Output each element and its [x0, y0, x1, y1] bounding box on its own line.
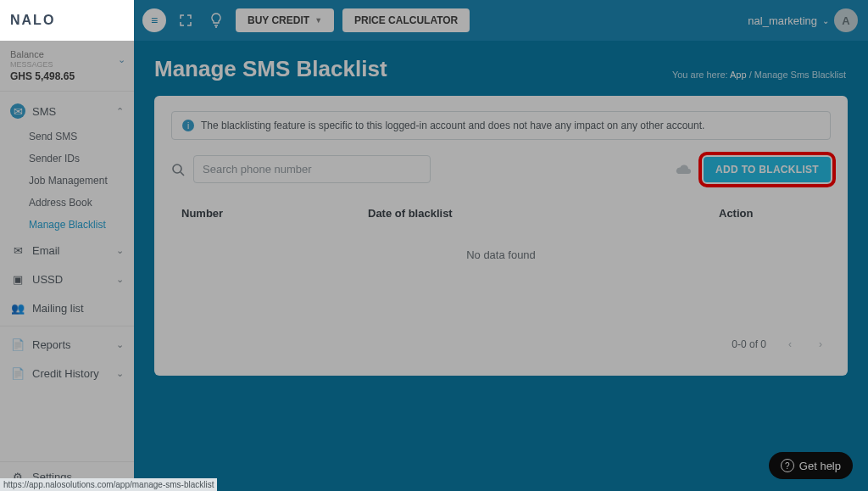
nav-email-label: Email: [32, 244, 60, 257]
brand-name: NALO: [10, 13, 55, 28]
buy-credit-button[interactable]: BUY CREDIT ▼: [236, 8, 334, 32]
info-alert: i The blacklisting feature is specific t…: [171, 111, 831, 140]
nav-job-management[interactable]: Job Management: [29, 170, 134, 192]
user-menu[interactable]: nal_marketing ⌄ A: [748, 8, 858, 32]
col-number: Number: [181, 207, 368, 220]
search-icon: [171, 163, 185, 176]
nav-mailing[interactable]: 👥 Mailing list: [0, 293, 134, 322]
balance-sublabel: MESSAGES: [10, 60, 124, 69]
nav-sms-label: SMS: [32, 105, 56, 118]
nav-credit-history-label: Credit History: [32, 367, 99, 380]
prev-page-button[interactable]: ‹: [783, 335, 797, 354]
page-range: 0-0 of 0: [732, 338, 766, 350]
avatar: A: [834, 8, 858, 32]
brand-logo: NALO: [0, 0, 134, 41]
nav-reports-label: Reports: [32, 338, 71, 351]
nav-ussd[interactable]: ▣ USSD ⌄: [0, 265, 134, 293]
breadcrumb: You are here: App / Manage Sms Blacklist: [672, 70, 846, 80]
nav-credit-history[interactable]: 📄 Credit History ⌄: [0, 359, 134, 388]
chevron-down-icon: ⌄: [116, 245, 124, 256]
add-to-blacklist-button[interactable]: ADD TO BLACKLIST: [704, 157, 831, 182]
search-input[interactable]: [193, 155, 431, 183]
breadcrumb-app[interactable]: App: [730, 70, 747, 80]
chevron-down-icon: ⌄: [118, 54, 125, 65]
balance-value: GHS 5,498.65: [10, 70, 124, 82]
divider: [0, 326, 134, 326]
content: Manage SMS Blacklist You are here: App /…: [134, 41, 868, 491]
toolbar: ADD TO BLACKLIST: [171, 155, 831, 183]
info-icon: i: [182, 120, 194, 131]
price-calculator-button[interactable]: PRICE CALCULATOR: [342, 8, 470, 32]
nav-manage-blacklist[interactable]: Manage Blacklist: [29, 214, 134, 236]
col-action: Action: [719, 207, 821, 220]
chevron-down-icon: ⌄: [116, 274, 124, 285]
add-to-blacklist-label: ADD TO BLACKLIST: [715, 164, 819, 176]
chevron-up-icon: ⌃: [116, 106, 124, 117]
nav-ussd-label: USSD: [32, 273, 63, 286]
help-icon: ?: [781, 459, 794, 472]
nav-address-book[interactable]: Address Book: [29, 192, 134, 214]
chevron-down-icon: ⌄: [116, 339, 124, 350]
nav-sms[interactable]: ✉ SMS ⌃: [0, 97, 134, 126]
fullscreen-icon[interactable]: [175, 9, 197, 31]
chevron-down-icon: ⌄: [116, 368, 124, 379]
nav-mailing-label: Mailing list: [32, 302, 84, 315]
history-icon: 📄: [10, 365, 25, 381]
pagination: 0-0 of 0 ‹ ›: [171, 330, 831, 359]
mail-icon: ✉: [10, 243, 25, 258]
alert-text: The blacklisting feature is specific to …: [201, 120, 704, 131]
price-calculator-label: PRICE CALCULATOR: [354, 14, 458, 26]
chat-icon: ✉: [10, 103, 25, 119]
breadcrumb-current: Manage Sms Blacklist: [754, 70, 846, 80]
nav-email[interactable]: ✉ Email ⌄: [0, 236, 134, 265]
empty-state: No data found: [171, 220, 831, 290]
hint-icon[interactable]: [205, 9, 227, 31]
nav-reports[interactable]: 📄 Reports ⌄: [0, 330, 134, 359]
sidebar-toggle-button[interactable]: ≡: [142, 8, 166, 32]
get-help-label: Get help: [799, 460, 841, 472]
sidebar: Balance MESSAGES GHS 5,498.65 ⌄ ✉ SMS ⌃ …: [0, 41, 134, 491]
nav-sender-ids[interactable]: Sender IDs: [29, 148, 134, 170]
ussd-icon: ▣: [10, 271, 25, 287]
table-header: Number Date of blacklist Action: [171, 207, 831, 220]
svg-point-0: [173, 165, 181, 173]
mailing-icon: 👥: [10, 300, 25, 315]
buy-credit-label: BUY CREDIT: [248, 14, 309, 26]
blacklist-table: Number Date of blacklist Action No data …: [171, 207, 831, 330]
chevron-down-icon: ⌄: [822, 16, 829, 25]
username: nal_marketing: [748, 14, 817, 27]
get-help-button[interactable]: ? Get help: [769, 452, 853, 479]
next-page-button[interactable]: ›: [814, 335, 827, 354]
balance-label: Balance: [10, 49, 124, 59]
nav: ✉ SMS ⌃ Send SMS Sender IDs Job Manageme…: [0, 92, 134, 393]
status-bar-url: https://app.nalosolutions.com/app/manage…: [0, 478, 217, 491]
main-card: i The blacklisting feature is specific t…: [154, 96, 848, 376]
nav-send-sms[interactable]: Send SMS: [29, 126, 134, 148]
balance-widget[interactable]: Balance MESSAGES GHS 5,498.65 ⌄: [0, 41, 134, 92]
reports-icon: 📄: [10, 337, 25, 352]
col-date: Date of blacklist: [368, 207, 719, 220]
caret-down-icon: ▼: [314, 16, 322, 25]
nav-sms-sub: Send SMS Sender IDs Job Management Addre…: [0, 126, 134, 236]
download-icon[interactable]: [675, 164, 692, 176]
